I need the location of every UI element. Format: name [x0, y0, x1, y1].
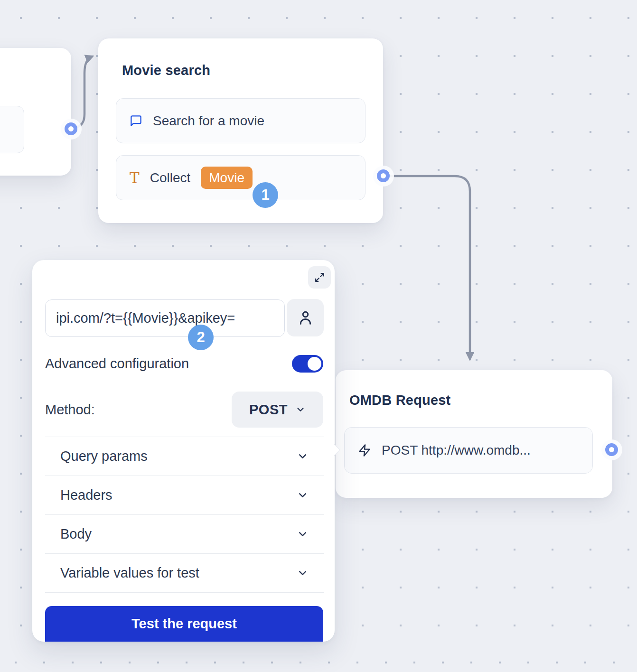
- person-icon: [297, 309, 314, 327]
- node-title: OMDB Request: [349, 392, 450, 408]
- advanced-configuration-label: Advanced configuration: [45, 356, 189, 372]
- port-ring: [605, 443, 618, 456]
- accordion-query-params[interactable]: Query params: [45, 437, 324, 475]
- accordion-label: Body: [60, 526, 92, 542]
- partial-node-card[interactable]: [0, 48, 71, 176]
- test-the-request-button[interactable]: Test the request: [45, 606, 323, 642]
- text-input-icon: T: [130, 169, 140, 187]
- block-label: POST http://www.omdb...: [382, 443, 531, 458]
- accordion-body[interactable]: Body: [45, 515, 324, 553]
- collect-input-block[interactable]: T Collect Movie: [116, 155, 365, 200]
- accordion-label: Query params: [60, 448, 148, 464]
- movie-search-node[interactable]: Movie search Search for a movie T Collec…: [98, 38, 383, 223]
- webhook-url-value: ipi.com/?t={{Movie}}&apikey=: [56, 310, 235, 326]
- block-label: Search for a movie: [153, 113, 264, 129]
- chevron-down-icon: [295, 404, 306, 415]
- toggle-knob: [308, 357, 321, 371]
- expand-icon: [314, 271, 326, 283]
- block-label: Collect: [150, 170, 191, 186]
- port-ring: [65, 122, 77, 135]
- output-port-movie-search[interactable]: [373, 166, 394, 187]
- step-badge-2: 2: [188, 325, 214, 350]
- chevron-down-icon: [297, 567, 309, 579]
- accordion-label: Variable values for test: [60, 565, 199, 581]
- accordion-label: Headers: [60, 487, 112, 503]
- method-select[interactable]: POST: [232, 392, 323, 428]
- advanced-configuration-toggle[interactable]: [292, 355, 323, 373]
- output-port-partial-node[interactable]: [61, 119, 82, 140]
- chevron-down-icon: [297, 450, 309, 462]
- chat-bubble-icon: [130, 114, 142, 127]
- accordion-variable-values[interactable]: Variable values for test: [45, 554, 324, 592]
- variable-chip-movie[interactable]: Movie: [201, 167, 253, 189]
- node-title: Movie search: [122, 63, 210, 78]
- step-badge-1: 1: [253, 182, 278, 208]
- advanced-configuration-row: Advanced configuration: [45, 353, 323, 374]
- partial-node-item[interactable]: [0, 106, 24, 153]
- method-label: Method:: [45, 402, 95, 418]
- chevron-down-icon: [297, 528, 309, 540]
- webhook-config-panel: ipi.com/?t={{Movie}}&apikey= Advanced co…: [32, 260, 335, 642]
- method-value: POST: [249, 402, 288, 418]
- webhook-url-input[interactable]: ipi.com/?t={{Movie}}&apikey=: [45, 299, 285, 337]
- divider: [45, 592, 324, 593]
- variables-button[interactable]: [287, 299, 324, 336]
- flow-canvas: { "canvas": { "background": "#edeff4", "…: [0, 0, 637, 672]
- expand-panel-button[interactable]: [308, 266, 331, 289]
- chevron-down-icon: [297, 489, 309, 501]
- canvas-dot-grid-bottom: [0, 646, 637, 672]
- zap-icon: [358, 444, 371, 457]
- method-row: Method: POST: [45, 392, 323, 428]
- omdb-request-node[interactable]: OMDB Request POST http://www.omdb...: [336, 370, 612, 498]
- port-ring: [377, 169, 390, 182]
- webhook-block-post-omdb[interactable]: POST http://www.omdb...: [344, 427, 593, 474]
- message-block-search-for-a-movie[interactable]: Search for a movie: [116, 98, 365, 143]
- accordion-headers[interactable]: Headers: [45, 476, 324, 514]
- output-port-omdb[interactable]: [601, 439, 622, 460]
